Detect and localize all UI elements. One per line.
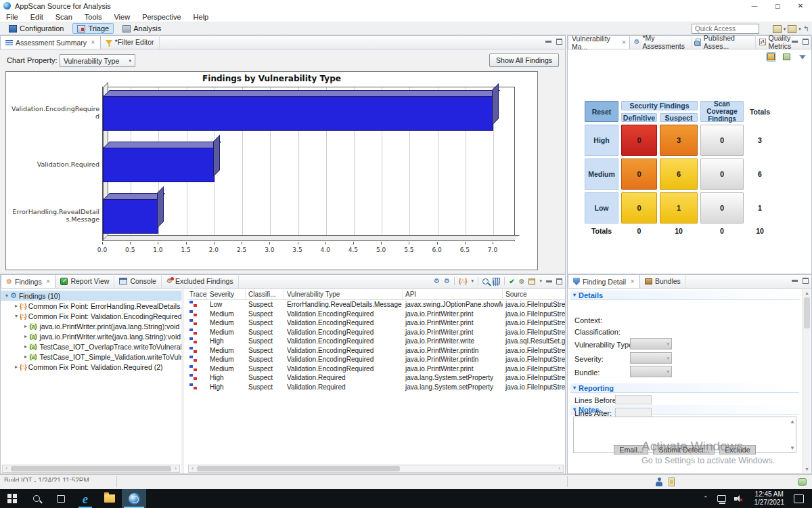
tree-item[interactable]: ▸{∴}Common Fix Point: ErrorHandling.Reve… bbox=[1, 301, 181, 311]
minimize-icon[interactable] bbox=[792, 280, 798, 282]
tree-item[interactable]: ▸(a)TestCase_IOT_Simple_Validation.write… bbox=[1, 352, 181, 362]
table-view-icon[interactable] bbox=[493, 278, 500, 284]
column-classification[interactable]: Classifi... bbox=[246, 289, 284, 300]
table-row[interactable]: HighSuspectValidation.Requiredjava.lang.… bbox=[187, 383, 565, 392]
trace-icon[interactable] bbox=[189, 356, 197, 362]
perspective-configuration-button[interactable]: Configuration bbox=[4, 23, 68, 34]
view-menu-icon[interactable]: ▾ bbox=[539, 278, 542, 284]
export-findings-icon[interactable] bbox=[528, 278, 535, 284]
volume-muted-icon[interactable]: ✕ bbox=[734, 495, 744, 503]
table-row[interactable]: MediumSuspectValidation.EncodingRequired… bbox=[187, 318, 565, 328]
tab-my-assessments[interactable]: ⚙ *My Assessments bbox=[630, 35, 692, 49]
scroll-left-icon[interactable]: ‹ bbox=[3, 465, 10, 472]
scroll-down-icon[interactable]: ▼ bbox=[803, 467, 811, 471]
trace-cell[interactable] bbox=[187, 337, 207, 345]
group-by-dropdown-icon[interactable]: ▾ bbox=[472, 278, 474, 284]
row-medium-label[interactable]: Medium bbox=[585, 158, 618, 190]
cell-medium-suspect[interactable]: 6 bbox=[660, 158, 698, 190]
vulnerability-type-select[interactable]: ▾ bbox=[630, 338, 672, 350]
trace-cell[interactable] bbox=[187, 383, 207, 391]
scroll-left-icon[interactable]: ‹ bbox=[189, 465, 196, 472]
saved-perspective-icon[interactable] bbox=[788, 25, 796, 33]
maximize-icon[interactable] bbox=[803, 39, 809, 45]
scroll-up-icon[interactable]: ▲ bbox=[790, 419, 795, 425]
window-close-button[interactable]: ✕ bbox=[789, 0, 812, 12]
cell-low-definitive[interactable]: 0 bbox=[621, 192, 657, 224]
chart-bar[interactable] bbox=[103, 198, 158, 234]
task-view-button[interactable] bbox=[49, 489, 73, 508]
scrollbar-thumb[interactable] bbox=[11, 466, 171, 471]
trace-icon[interactable] bbox=[189, 374, 197, 380]
taskbar-clock[interactable]: 12:45 AM 1/27/2021 bbox=[748, 490, 792, 507]
maximize-icon[interactable] bbox=[803, 278, 809, 284]
chart-bar[interactable] bbox=[103, 147, 215, 182]
scroll-right-icon[interactable]: › bbox=[556, 465, 563, 472]
trace-cell[interactable] bbox=[187, 347, 207, 354]
twisty-expanded-icon[interactable]: ▾ bbox=[3, 293, 10, 299]
window-maximize-button[interactable]: ▢ bbox=[766, 0, 789, 12]
trace-cell[interactable] bbox=[187, 319, 207, 326]
cell-high-suspect[interactable]: 3 bbox=[660, 125, 698, 156]
chart-bar[interactable] bbox=[103, 96, 493, 131]
close-icon[interactable]: ✕ bbox=[622, 39, 627, 45]
table-row[interactable]: MediumSuspectValidation.EncodingRequired… bbox=[187, 346, 565, 356]
column-trace[interactable]: Trace bbox=[187, 289, 207, 300]
saved-perspective-dropdown-icon[interactable]: ▾ bbox=[798, 26, 801, 32]
table-row[interactable]: MediumSuspectValidation.EncodingRequired… bbox=[187, 364, 565, 374]
minimize-icon[interactable] bbox=[792, 41, 798, 43]
close-icon[interactable]: ✕ bbox=[46, 278, 51, 284]
trace-icon[interactable] bbox=[189, 319, 197, 325]
trace-icon[interactable] bbox=[189, 301, 197, 307]
scrollbar-thumb[interactable] bbox=[804, 297, 810, 329]
matrix-view-icon[interactable] bbox=[766, 52, 776, 62]
column-source[interactable]: Source bbox=[503, 289, 565, 300]
trace-cell[interactable] bbox=[187, 301, 207, 308]
tab-console[interactable]: Console bbox=[114, 274, 162, 288]
cell-low-suspect[interactable]: 1 bbox=[660, 192, 698, 224]
trace-icon[interactable] bbox=[189, 329, 197, 335]
details-section-header[interactable]: ▾ Details bbox=[570, 291, 799, 300]
twisty-collapsed-icon[interactable]: ▸ bbox=[22, 323, 29, 329]
menu-perspective[interactable]: Perspective bbox=[136, 13, 187, 21]
minimize-icon[interactable] bbox=[545, 41, 551, 43]
column-vulnerability-type[interactable]: Vulnerability Type bbox=[284, 289, 403, 300]
trace-cell[interactable] bbox=[187, 356, 207, 363]
collapse-icon[interactable]: ▾ bbox=[573, 385, 576, 391]
tab-findings[interactable]: ⚙ Findings ✕ bbox=[1, 274, 55, 288]
scroll-up-icon[interactable]: ▲ bbox=[803, 291, 811, 295]
email-button[interactable]: Email... bbox=[614, 445, 648, 454]
twisty-collapsed-icon[interactable]: ▸ bbox=[13, 303, 20, 309]
tree-item[interactable]: ▸(a)java.io.PrintWriter.write(java.lang.… bbox=[1, 331, 181, 341]
tab-vulnerability-matrix[interactable]: Vulnerability Ma... ✕ bbox=[568, 35, 630, 49]
table-row[interactable]: MediumSuspectValidation.EncodingRequired… bbox=[187, 355, 565, 364]
collapse-trace-icon[interactable]: ⚙ bbox=[444, 277, 450, 285]
tab-filter-editor[interactable]: *Filter Editor bbox=[101, 35, 160, 49]
trace-icon[interactable] bbox=[189, 365, 197, 371]
cell-low-scan[interactable]: 0 bbox=[700, 192, 744, 224]
tab-published-assessments[interactable]: Published Asses... bbox=[692, 35, 756, 49]
taskbar-search-button[interactable] bbox=[24, 489, 49, 508]
tab-report-view[interactable]: Report View bbox=[55, 274, 114, 288]
severity-select[interactable]: ▾ bbox=[630, 352, 672, 364]
cell-high-scan[interactable]: 0 bbox=[700, 125, 744, 156]
filter-disabled-icon[interactable] bbox=[797, 52, 807, 62]
menu-tools[interactable]: Tools bbox=[78, 13, 108, 21]
cell-high-definitive[interactable]: 0 bbox=[621, 125, 657, 156]
reporting-section-header[interactable]: ▾ Reporting bbox=[570, 383, 799, 393]
tab-excluded-findings[interactable]: ⚙ Excluded Findings bbox=[162, 274, 239, 288]
column-api[interactable]: API bbox=[403, 289, 503, 300]
lines-before-input[interactable] bbox=[615, 395, 652, 404]
exclude-button[interactable]: Exclude bbox=[719, 445, 755, 454]
appscan-taskbar-button[interactable] bbox=[122, 489, 146, 508]
trace-icon[interactable] bbox=[189, 337, 197, 343]
trace-icon[interactable] bbox=[189, 310, 197, 316]
tray-expand-icon[interactable]: ⌃ bbox=[698, 495, 713, 502]
table-row[interactable]: LowSuspectErrorHandling.RevealDetails.Me… bbox=[187, 300, 565, 310]
table-row[interactable]: HighSuspectValidation.Requiredjava.lang.… bbox=[187, 373, 565, 383]
column-severity[interactable]: Severity bbox=[207, 289, 246, 300]
tree-item[interactable]: ▾⚙Findings (10) bbox=[1, 291, 181, 301]
collapse-icon[interactable]: ▾ bbox=[573, 292, 576, 298]
table-row[interactable]: MediumSuspectValidation.EncodingRequired… bbox=[187, 328, 565, 337]
minimize-icon[interactable] bbox=[546, 280, 552, 282]
tab-assessment-summary[interactable]: Assessment Summary ✕ bbox=[0, 35, 101, 49]
